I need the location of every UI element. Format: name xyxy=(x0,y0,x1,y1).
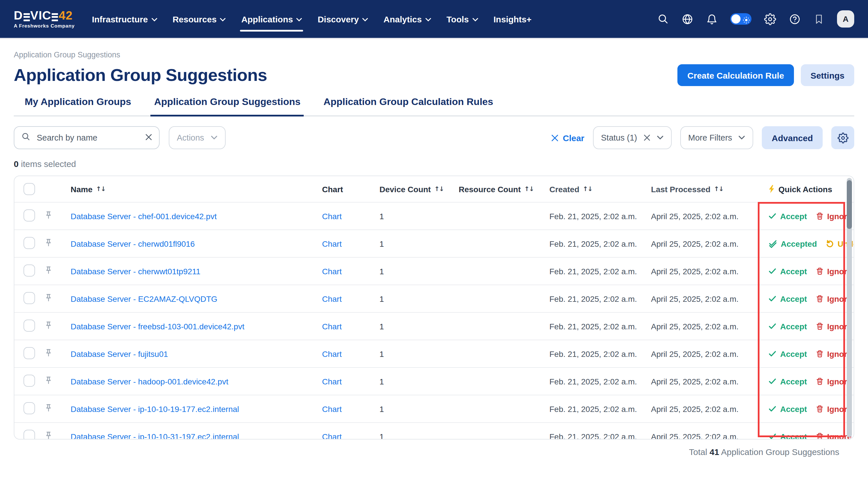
row-checkbox[interactable] xyxy=(23,237,35,249)
avatar[interactable]: A xyxy=(837,10,854,27)
sort-icon[interactable]: ↑↓ xyxy=(434,185,444,193)
row-checkbox[interactable] xyxy=(23,292,35,304)
create-calculation-rule-button[interactable]: Create Calculation Rule xyxy=(678,64,794,86)
search-icon[interactable] xyxy=(657,13,669,25)
advanced-button[interactable]: Advanced xyxy=(762,126,823,149)
column-header-device-count[interactable]: Device Count xyxy=(380,185,431,194)
row-chart-link[interactable]: Chart xyxy=(322,294,341,303)
row-name-link[interactable]: Database Server - ip-10-10-19-177.ec2.in… xyxy=(71,404,239,413)
row-checkbox[interactable] xyxy=(23,209,35,221)
accept-action[interactable]: Accept xyxy=(768,294,807,303)
scrollbar-thumb[interactable] xyxy=(847,180,852,229)
row-chart-link[interactable]: Chart xyxy=(322,404,341,413)
ignore-action[interactable]: Ignore xyxy=(815,432,852,439)
row-name-link[interactable]: Database Server - chef-001.device42.pvt xyxy=(71,211,217,221)
row-chart-link[interactable]: Chart xyxy=(322,211,341,221)
status-filter-chip[interactable]: Status (1) xyxy=(593,126,672,149)
row-name-link[interactable]: Database Server - hadoop-001.device42.pv… xyxy=(71,377,228,386)
ignore-action[interactable]: Ignore xyxy=(815,377,852,386)
accept-action[interactable]: Accept xyxy=(768,404,807,413)
row-name-link[interactable]: Database Server - freebsd-103-001.device… xyxy=(71,322,244,331)
row-checkbox[interactable] xyxy=(23,374,35,386)
pin-icon[interactable] xyxy=(44,266,53,275)
row-chart-link[interactable]: Chart xyxy=(322,266,341,276)
tab-application-group-suggestions[interactable]: Application Group Suggestions xyxy=(153,96,302,115)
clear-filters-button[interactable]: Clear xyxy=(551,133,585,142)
accept-action[interactable]: Accept xyxy=(768,432,807,439)
row-name-link[interactable]: Database Server - cherwwt01tp9211 xyxy=(71,266,200,276)
theme-toggle[interactable] xyxy=(730,13,752,25)
breadcrumb[interactable]: Application Group Suggestions xyxy=(14,51,854,59)
row-checkbox[interactable] xyxy=(23,319,35,331)
ignore-action[interactable]: Ignore xyxy=(815,266,852,276)
chevron-down-icon[interactable] xyxy=(657,135,664,140)
row-name-link[interactable]: Database Server - EC2AMAZ-QLVQDTG xyxy=(71,294,217,303)
pin-icon[interactable] xyxy=(44,238,53,247)
globe-icon[interactable] xyxy=(681,13,694,25)
sort-icon[interactable]: ↑↓ xyxy=(96,185,105,193)
notifications-icon[interactable] xyxy=(706,13,718,25)
help-icon[interactable] xyxy=(789,13,801,25)
ignore-action[interactable]: Ignore xyxy=(815,322,852,331)
sort-icon[interactable]: ↑↓ xyxy=(714,185,723,193)
clear-search-icon[interactable] xyxy=(145,133,152,143)
actions-dropdown[interactable]: Actions xyxy=(169,126,225,149)
search-input[interactable] xyxy=(36,133,140,143)
pin-icon[interactable] xyxy=(44,348,53,358)
nav-item-tools[interactable]: Tools xyxy=(447,0,478,38)
row-checkbox[interactable] xyxy=(23,430,35,439)
row-chart-link[interactable]: Chart xyxy=(322,349,341,358)
pin-icon[interactable] xyxy=(44,431,53,439)
pin-icon[interactable] xyxy=(44,293,53,302)
pin-icon[interactable] xyxy=(44,403,53,413)
more-filters-dropdown[interactable]: More Filters xyxy=(680,126,754,149)
ignore-action[interactable]: Ignore xyxy=(815,404,852,413)
device42-logo[interactable]: DVIC42 A Freshworks Company xyxy=(14,9,75,29)
row-checkbox[interactable] xyxy=(23,402,35,414)
tab-application-group-calculation-rules[interactable]: Application Group Calculation Rules xyxy=(322,96,494,115)
settings-button[interactable]: Settings xyxy=(801,64,854,86)
row-name-link[interactable]: Database Server - ip-10-10-31-197.ec2.in… xyxy=(71,432,239,439)
remove-filter-icon[interactable] xyxy=(644,134,650,141)
sort-icon[interactable]: ↑↓ xyxy=(524,185,534,193)
row-chart-link[interactable]: Chart xyxy=(322,432,341,439)
column-header-last-processed[interactable]: Last Processed xyxy=(651,185,710,194)
accept-action[interactable]: Accept xyxy=(768,322,807,331)
row-checkbox[interactable] xyxy=(23,347,35,359)
scrollbar-track[interactable] xyxy=(847,178,852,437)
nav-item-discovery[interactable]: Discovery xyxy=(318,0,368,38)
column-header-name[interactable]: Name xyxy=(71,185,92,194)
search-box[interactable] xyxy=(14,126,160,149)
column-header-created[interactable]: Created xyxy=(549,185,579,194)
row-name-link[interactable]: Database Server - fujitsu01 xyxy=(71,349,168,358)
row-chart-link[interactable]: Chart xyxy=(322,377,341,386)
pin-icon[interactable] xyxy=(44,376,53,385)
pin-icon[interactable] xyxy=(44,321,53,330)
check-icon xyxy=(768,349,777,358)
accept-action[interactable]: Accept xyxy=(768,266,807,276)
ignore-action[interactable]: Ignore xyxy=(815,294,852,303)
accept-action[interactable]: Accept xyxy=(768,211,807,221)
accept-action[interactable]: Accepted xyxy=(768,239,817,248)
row-chart-link[interactable]: Chart xyxy=(322,322,341,331)
row-name-link[interactable]: Database Server - cherwd01fl9016 xyxy=(71,239,195,248)
pin-icon[interactable] xyxy=(44,211,53,220)
nav-item-resources[interactable]: Resources xyxy=(172,0,226,38)
ignore-action[interactable]: Ignore xyxy=(815,349,852,358)
nav-item-insights[interactable]: Insights+ xyxy=(494,0,532,38)
ignore-action[interactable]: Ignore xyxy=(815,211,852,221)
accept-action[interactable]: Accept xyxy=(768,349,807,358)
tab-my-application-groups[interactable]: My Application Groups xyxy=(23,96,132,115)
nav-item-analytics[interactable]: Analytics xyxy=(384,0,431,38)
table-settings-button[interactable] xyxy=(831,126,854,149)
accept-action[interactable]: Accept xyxy=(768,377,807,386)
row-checkbox[interactable] xyxy=(23,264,35,276)
column-header-resource-count[interactable]: Resource Count xyxy=(459,185,521,194)
settings-icon[interactable] xyxy=(764,13,776,25)
bookmark-icon[interactable] xyxy=(813,13,824,25)
nav-item-applications[interactable]: Applications xyxy=(241,0,302,38)
row-chart-link[interactable]: Chart xyxy=(322,239,341,248)
select-all-checkbox[interactable] xyxy=(23,183,35,195)
sort-icon[interactable]: ↑↓ xyxy=(583,185,592,193)
nav-item-infrastructure[interactable]: Infrastructure xyxy=(92,0,157,38)
